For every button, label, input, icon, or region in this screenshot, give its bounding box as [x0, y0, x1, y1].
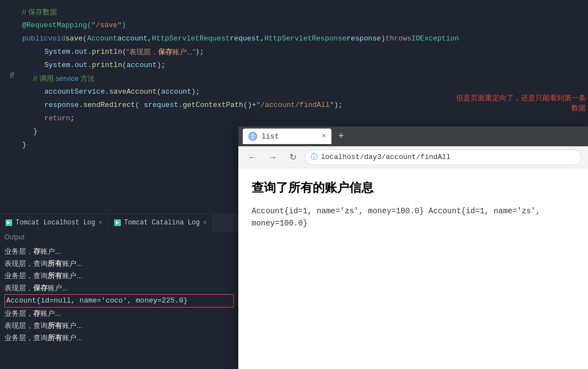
- output-line-5: 业务层，存账户...: [4, 308, 234, 320]
- account-param: account: [161, 85, 192, 99]
- output-line-3: 业务层，查询所有账户...: [4, 270, 234, 282]
- tab-close-browser[interactable]: ×: [322, 132, 326, 140]
- account-var: account: [126, 59, 157, 72]
- code-line-9: return ;: [0, 112, 588, 125]
- browser-titlebar: list × +: [238, 126, 588, 146]
- tab-label-2: Tomcat Catalina Log: [124, 219, 200, 227]
- comma1: ,: [147, 32, 152, 45]
- watermark-handle: @51CTO博客: [546, 356, 584, 365]
- account-data-display: Account{id=1, name='zs', money=100.0} Ac…: [252, 205, 575, 230]
- output-line-6: 表现层，查询所有账户...: [4, 320, 234, 332]
- account-service: accountService: [44, 85, 105, 99]
- output-label: Output: [0, 231, 238, 243]
- lock-icon: ⓘ: [311, 152, 318, 162]
- code-line-4: System . out . println ( "表现层，保存账户..." )…: [0, 45, 588, 59]
- output-line-1: 业务层，存账户...: [4, 245, 234, 258]
- type-request: HttpServletRequest: [152, 32, 229, 45]
- comma2: ,: [260, 32, 264, 45]
- get-context: getContextPath: [183, 99, 243, 112]
- path-string: "/account/findAll": [256, 99, 334, 112]
- params: (: [83, 32, 87, 45]
- output-line-highlighted: Account{id=null, name='coco', money=225.…: [4, 294, 234, 308]
- close-brace-2: }: [22, 139, 27, 152]
- svg-marker-1: [116, 221, 119, 224]
- system-2: System: [44, 59, 70, 72]
- var-request: request: [230, 32, 260, 45]
- code-line-3: @ public void save ( Account account , H…: [0, 32, 588, 45]
- watermark-blog: https://blog.csdn.net: [452, 358, 506, 365]
- tab-label-1: Tomcat Localhost Log: [16, 219, 95, 227]
- code-line-1: // 保存数据: [0, 6, 588, 19]
- forward-button[interactable]: →: [265, 150, 280, 165]
- code-line-5: System . out . println ( account );: [0, 59, 588, 72]
- request-var: request: [148, 99, 178, 112]
- return-keyword: return: [44, 112, 70, 125]
- refresh-button[interactable]: ↻: [285, 150, 300, 165]
- comment-service: // 调用 service 方法: [33, 72, 95, 85]
- type-response: HttpServletResponse: [264, 32, 346, 45]
- output-line-4: 表现层，保存账户...: [4, 282, 234, 294]
- send-redirect: sendRedirect: [83, 99, 135, 112]
- save-account-method: saveAccount: [109, 85, 157, 99]
- tab-close-1[interactable]: ×: [99, 219, 103, 226]
- code-line-2: @RequestMapping("/save"): [0, 19, 588, 32]
- println-1: println: [92, 45, 122, 59]
- tab-icon-2: [114, 219, 121, 226]
- page-heading: 查询了所有的账户信息: [252, 180, 575, 196]
- tabs-bar: Tomcat Localhost Log × Tomcat Catalina L…: [0, 214, 238, 231]
- tab-tomcat-localhost[interactable]: Tomcat Localhost Log ×: [0, 214, 109, 231]
- new-tab-button[interactable]: +: [334, 131, 349, 142]
- out-1: out: [75, 45, 88, 59]
- output-content: 业务层，存账户... 表现层，查询所有账户... 业务层，查询所有账户... 表…: [0, 243, 238, 346]
- browser-window: list × + ← → ↻ ⓘ localhost/day3/account/…: [238, 126, 588, 369]
- output-line-7: 业务层，查询所有账户...: [4, 332, 234, 344]
- string-1: "表现层，保存账户...": [126, 45, 195, 59]
- url-display: localhost/day3/account/findAll: [321, 153, 451, 161]
- browser-tab-list[interactable]: list ×: [243, 129, 331, 144]
- tab-tomcat-catalina[interactable]: Tomcat Catalina Log ×: [109, 214, 213, 231]
- browser-content: 查询了所有的账户信息 Account{id=1, name='zs', mone…: [238, 168, 588, 369]
- access-modifier: public: [22, 32, 48, 45]
- tab-favicon-icon: [248, 132, 257, 141]
- tab-icon-1: [6, 219, 12, 226]
- tab-title: list: [262, 132, 279, 141]
- annotation-redirect: 但是页面重定向了，还是只能看到第一条数据: [449, 93, 588, 113]
- browser-toolbar: ← → ↻ ⓘ localhost/day3/account/findAll: [238, 146, 588, 168]
- type-account: Account: [87, 32, 117, 45]
- response-var: response: [44, 99, 79, 112]
- println-2: println: [92, 59, 122, 72]
- comment-text-1: // 保存数据: [22, 6, 57, 19]
- throws-keyword: throws: [385, 32, 411, 45]
- code-line-6: // 调用 service 方法: [0, 72, 588, 85]
- close-brace-1: }: [33, 125, 38, 139]
- exception-type: IOException: [411, 32, 459, 45]
- var-response: response: [346, 32, 381, 45]
- system-1: System: [44, 45, 70, 59]
- tab-close-2[interactable]: ×: [203, 219, 207, 226]
- address-bar[interactable]: ⓘ localhost/day3/account/findAll: [305, 150, 581, 165]
- bottom-panel: Tomcat Localhost Log × Tomcat Catalina L…: [0, 214, 238, 369]
- out-2: out: [75, 59, 88, 72]
- annotation-text: @RequestMapping("/save"): [22, 19, 126, 32]
- var-account: account: [117, 32, 148, 45]
- svg-marker-0: [7, 221, 11, 224]
- method-name: save: [65, 32, 83, 45]
- void-keyword: void: [48, 32, 65, 45]
- output-line-2: 表现层，查询所有账户...: [4, 258, 234, 270]
- close-paren: ): [381, 32, 386, 45]
- back-button[interactable]: ←: [245, 150, 260, 165]
